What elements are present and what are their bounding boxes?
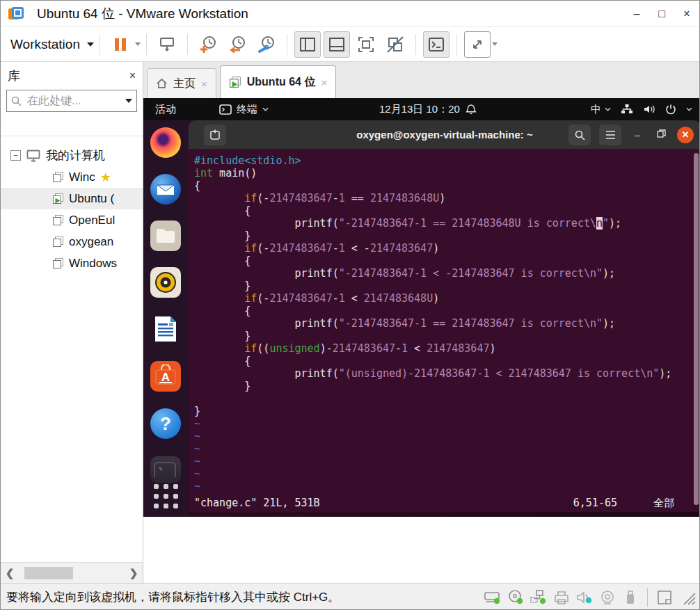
guest-display[interactable]: 活动 终端 12月13日 10：20 (143, 98, 700, 517)
stretch-dropdown-icon[interactable] (492, 42, 498, 46)
terminal-title: oxygen@oxygen-virtual-machine: ~ (356, 129, 532, 141)
tree-root-my-computer[interactable]: − 我的计算机 (1, 145, 143, 166)
divider (146, 34, 147, 55)
tab-close-icon[interactable]: × (321, 77, 327, 88)
library-vm-item[interactable]: Windows (1, 252, 143, 274)
manage-snapshots-button[interactable] (253, 31, 280, 58)
library-vm-item[interactable]: OpenEul (1, 209, 143, 231)
libreoffice-writer-icon[interactable] (149, 312, 182, 346)
clock-menu[interactable]: 12月13日 10：20 (379, 103, 477, 116)
vim-editor[interactable]: #include<stdio.h>int main(){ if(-2147483… (189, 149, 700, 512)
chevron-down-icon[interactable] (686, 107, 692, 111)
search-input[interactable] (26, 94, 121, 108)
power-icon[interactable] (665, 104, 676, 115)
code-line: ~ (194, 455, 700, 467)
send-keys-icon (158, 35, 176, 54)
console-view-button[interactable] (423, 31, 450, 58)
stretch-guest-button[interactable] (464, 31, 491, 58)
root-label: 我的计算机 (46, 147, 105, 163)
code-line: ~ (194, 442, 700, 455)
maximize-button[interactable]: □ (649, 2, 674, 26)
ime-indicator[interactable]: 中 (591, 103, 611, 116)
tab-bar: 主页 × Ubuntu 64 位 × (143, 62, 700, 98)
workstation-menu-button[interactable]: Workstation (10, 37, 94, 52)
unity-mode-button[interactable] (382, 31, 408, 58)
code-line: #include<stdio.h> (194, 154, 700, 167)
snapshot-revert-icon (228, 35, 247, 54)
suspend-button[interactable] (107, 31, 134, 58)
toggle-library-button[interactable] (294, 31, 321, 58)
webcam-device-icon[interactable] (598, 589, 617, 606)
library-vm-item[interactable]: Ubuntu ( (1, 188, 143, 209)
library-close-icon[interactable]: × (129, 70, 136, 82)
app-menu[interactable]: 终端 (219, 103, 269, 116)
scroll-left-icon[interactable]: ❮ (1, 567, 19, 579)
cdrom-device-icon[interactable] (507, 589, 525, 606)
toggle-thumbnail-bar-button[interactable] (324, 31, 350, 58)
new-tab-button[interactable] (204, 125, 226, 145)
terminal-search-button[interactable] (568, 125, 591, 145)
network-icon[interactable] (621, 104, 633, 115)
terminal-scrollbar[interactable] (694, 153, 699, 505)
volume-icon[interactable] (643, 104, 655, 115)
terminal-menu-button[interactable] (599, 125, 621, 145)
minimize-button[interactable]: – (624, 2, 649, 26)
search-dropdown-icon[interactable] (125, 99, 132, 103)
close-button[interactable]: × (674, 2, 699, 26)
code-line: } (194, 330, 700, 342)
code-line: ~ (194, 467, 700, 480)
thunderbird-icon[interactable] (149, 172, 182, 206)
harddisk-device-icon[interactable] (484, 589, 502, 606)
terminal-header[interactable]: oxygen@oxygen-virtual-machine: ~ – (189, 120, 700, 149)
code-line: ~ (194, 430, 700, 442)
home-icon (156, 78, 168, 89)
hscroll-thumb[interactable] (24, 567, 73, 579)
star-icon: ★ (100, 170, 111, 185)
collapse-icon[interactable]: − (10, 150, 21, 161)
computer-icon (26, 150, 40, 162)
files-icon[interactable] (149, 219, 182, 252)
library-vm-item[interactable]: oxygean (1, 231, 143, 252)
fullscreen-button[interactable] (353, 31, 379, 58)
snapshot-manage-icon (257, 35, 276, 54)
terminal-close-button[interactable]: ✕ (677, 127, 694, 143)
suspend-dropdown-icon[interactable] (135, 42, 141, 46)
library-search-box[interactable] (6, 90, 137, 112)
vm-icon (52, 171, 64, 183)
vm-icon (52, 257, 64, 269)
ubuntu-software-icon[interactable]: A (149, 360, 182, 393)
tab-home[interactable]: 主页 × (147, 68, 216, 98)
terminal-window[interactable]: oxygen@oxygen-virtual-machine: ~ – (189, 120, 700, 512)
library-vm-item[interactable]: Winc★ (1, 166, 143, 188)
help-icon[interactable]: ? (149, 407, 182, 440)
chevron-down-icon (605, 107, 611, 111)
tab-close-icon[interactable]: × (201, 78, 207, 90)
network-adapter-device-icon[interactable] (530, 589, 548, 606)
snapshot-take-icon (198, 35, 218, 54)
activities-button[interactable]: 活动 (155, 103, 176, 116)
revert-snapshot-button[interactable] (224, 31, 250, 58)
printer-device-icon[interactable] (552, 589, 571, 606)
vm-name: Winc (69, 170, 95, 184)
code-line: if(-2147483647-1 < -2147483647) (194, 242, 700, 255)
terminal-restore-button[interactable] (653, 129, 669, 141)
rhythmbox-icon[interactable] (149, 266, 182, 299)
vm-tree: − 我的计算机 Winc★Ubuntu (OpenEuloxygeanWindo… (1, 136, 143, 562)
terminal-minimize-button[interactable]: – (630, 129, 645, 141)
app-grid-icon[interactable] (149, 479, 182, 513)
search-icon (11, 96, 22, 106)
library-hscrollbar[interactable]: ❮ ❯ (1, 562, 143, 583)
take-snapshot-button[interactable] (195, 31, 221, 58)
code-line: printf("-2147483647-1 == 2147483647 is c… (194, 317, 700, 330)
vmware-window: Ubuntu 64 位 - VMware Workstation – □ × W… (0, 0, 700, 610)
scroll-right-icon[interactable]: ❯ (125, 567, 143, 579)
sound-device-icon[interactable] (575, 589, 594, 606)
tab-ubuntu-vm[interactable]: Ubuntu 64 位 × (220, 65, 336, 98)
firefox-icon[interactable] (149, 126, 182, 159)
usb-device-icon[interactable] (621, 589, 639, 606)
vim-cursor-position: 6,51-65 (573, 497, 617, 509)
message-log-icon[interactable] (655, 589, 674, 606)
send-ctrl-alt-del-button[interactable] (154, 31, 180, 58)
resize-grip-icon[interactable] (678, 589, 697, 606)
pause-icon (115, 38, 126, 51)
